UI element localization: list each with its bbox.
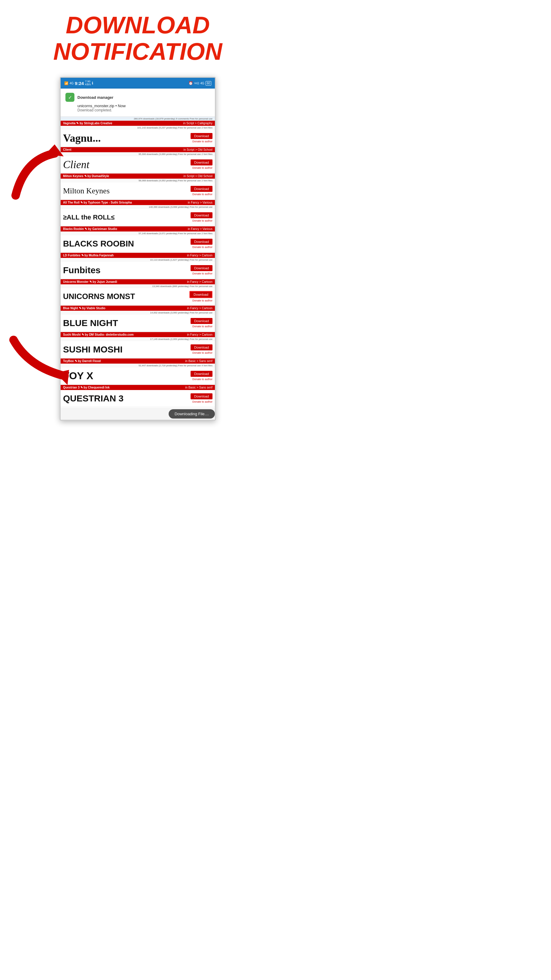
download-button[interactable]: Download — [191, 371, 213, 377]
phone-screen: 📶 4G 9:24 7.90KB/s ℹ ⏰ Vo)) 4G 60 ✓ Down… — [60, 77, 216, 421]
donate-link[interactable]: Donate to author — [192, 140, 213, 143]
font-item-body: Vagnu...DownloadDonate to author — [60, 130, 215, 146]
downloading-toast: Downloading File.... — [169, 409, 215, 418]
lte-label: 4G — [200, 82, 204, 85]
font-item-header: Sushi Moshi ✎ by DM Studio- dmletterstud… — [60, 332, 215, 337]
font-item: Blue Night ✎ by Viable Studioin Fancy > … — [60, 305, 215, 331]
font-item-header: All The Roll ✎ by Typhoon Type - Suthi S… — [60, 200, 215, 205]
font-name-label: Blacks Roobin ✎ by Garieiman Studio — [63, 227, 117, 231]
font-preview: TOY X — [63, 370, 186, 382]
download-button[interactable]: Download — [191, 133, 213, 139]
font-preview: SUSHI MOSHI — [63, 344, 186, 355]
font-list: Vagnotia ✎ by StringLabs Creativein Scri… — [60, 121, 215, 407]
font-item: All The Roll ✎ by Typhoon Type - Suthi S… — [60, 200, 215, 226]
download-button[interactable]: Download — [191, 239, 213, 245]
font-item: LD Funbites ✎ by Muthia Farjannahin Fanc… — [60, 253, 215, 278]
font-actions: DownloadDonate to author — [186, 133, 213, 143]
font-item-header: Unicorns Monster ✎ by Jujun Junaediin Fa… — [60, 279, 215, 284]
font-item-body: ≥ALL the ROLL≤DownloadDonate to author — [60, 209, 215, 226]
font-actions: DownloadDonate to author — [186, 393, 213, 403]
donate-link[interactable]: Donate to author — [192, 219, 213, 222]
alarm-icon: ⏰ — [189, 81, 193, 85]
download-button[interactable]: Download — [191, 212, 213, 218]
font-name-label: All The Roll ✎ by Typhoon Type - Suthi S… — [63, 201, 132, 204]
font-item: ToyBox ✎ by Darrell Floodin Basic > Sans… — [60, 358, 215, 384]
font-item-header: Vagnotia ✎ by StringLabs Creativein Scri… — [60, 121, 215, 126]
donate-link[interactable]: Donate to author — [192, 400, 213, 403]
hero-title-line2: NOTIFICATION — [6, 38, 270, 65]
download-button[interactable]: Download — [191, 318, 213, 324]
notification-header: ✓ Download manager — [65, 93, 210, 102]
speed-display: 7.90KB/s — [85, 80, 91, 86]
font-stats-bar: 95,306 downloads (3,069 yesterday) Free … — [60, 152, 215, 156]
font-item-body: UNICORNS MONSTDownloadDonate to author — [60, 288, 215, 305]
font-category-label: in Script > Old School — [184, 175, 213, 178]
download-button[interactable]: Download — [191, 265, 213, 271]
donate-link[interactable]: Donate to author — [192, 246, 213, 248]
font-stats-bar: 52,447 downloads (2,718 yesterday) Free … — [60, 364, 215, 368]
font-item: Clientin Script > Old School95,306 downl… — [60, 147, 215, 173]
font-actions: DownloadDonate to author — [186, 159, 213, 169]
download-button[interactable]: Download — [191, 393, 213, 399]
font-category-label: in Basic > Sans serif — [185, 386, 213, 389]
font-preview: UNICORNS MONST — [63, 292, 186, 301]
font-stats-bar: 17,149 downloads (2,069 yesterday) Free … — [60, 337, 215, 341]
font-stats-bar: 13,340 downloads (866 yesterday) Free fo… — [60, 284, 215, 288]
notification-filename: unicorns_monster.zip • Now — [78, 103, 210, 108]
font-actions: DownloadDonate to author — [186, 318, 213, 328]
font-preview: Milton Keynes — [63, 186, 186, 196]
battery-icon: 60 — [206, 81, 211, 86]
time-display: 9:24 — [75, 81, 84, 86]
font-item-header: ToyBox ✎ by Darrell Floodin Basic > Sans… — [60, 358, 215, 364]
donate-link[interactable]: Donate to author — [192, 378, 213, 381]
donate-link[interactable]: Donate to author — [192, 272, 213, 275]
font-item: Vagnotia ✎ by StringLabs Creativein Scri… — [60, 121, 215, 146]
donate-link[interactable]: Donate to author — [192, 193, 213, 196]
font-item-body: FunbitesDownloadDonate to author — [60, 262, 215, 278]
font-name-label: Sushi Moshi ✎ by DM Studio- dmletterstud… — [63, 333, 133, 336]
status-bar: 📶 4G 9:24 7.90KB/s ℹ ⏰ Vo)) 4G 60 — [60, 78, 215, 89]
font-actions: DownloadDonate to author — [186, 212, 213, 222]
font-actions: DownloadDonate to author — [186, 265, 213, 275]
font-category-label: in Basic > Sans serif — [185, 360, 213, 363]
signal-icon: 📶 — [64, 81, 68, 85]
font-name-label: Questrian 3 ✎ by Chequeredi Ink — [63, 386, 110, 389]
font-item-header: Questrian 3 ✎ by Chequeredi Inkin Basic … — [60, 385, 215, 390]
font-item-header: Clientin Script > Old School — [60, 147, 215, 152]
status-right: ⏰ Vo)) 4G 60 — [189, 81, 211, 86]
phone-wrapper: 📶 4G 9:24 7.90KB/s ℹ ⏰ Vo)) 4G 60 ✓ Down… — [0, 74, 275, 426]
donate-link[interactable]: Donate to author — [192, 299, 213, 302]
hero-title-line1: DOWNLOAD — [6, 12, 270, 38]
network-type: 4G — [70, 82, 73, 85]
notification-status: Download completed. — [78, 108, 210, 112]
download-button[interactable]: Download — [189, 291, 213, 298]
donate-link[interactable]: Donate to author — [192, 325, 213, 328]
download-button[interactable]: Download — [191, 159, 213, 165]
font-item: Unicorns Monster ✎ by Jujun Junaediin Fa… — [60, 279, 215, 305]
font-category-label: in Fancy > Various — [188, 201, 213, 204]
download-button[interactable]: Download — [191, 344, 213, 350]
donate-link[interactable]: Donate to author — [192, 351, 213, 354]
font-name-label: ToyBox ✎ by Darrell Flood — [63, 360, 101, 363]
donate-link[interactable]: Donate to author — [192, 166, 213, 169]
toast-container: Downloading File.... — [60, 407, 215, 420]
font-actions: DownloadDonate to author — [186, 344, 213, 354]
font-item: Milton Keynes ✎ by DumadStylein Script >… — [60, 173, 215, 199]
font-name-label: Client — [63, 148, 71, 151]
font-item-header: LD Funbites ✎ by Muthia Farjannahin Fanc… — [60, 253, 215, 258]
font-item-body: BLACKS ROOBINDownloadDonate to author — [60, 235, 215, 252]
font-stats-bar: 56,068 downloads (4,053 yesterday) Free … — [60, 179, 215, 183]
font-name-label: Milton Keynes ✎ by DumadStyle — [63, 175, 109, 178]
volte-icon: Vo)) — [194, 82, 199, 85]
font-name-label: Unicorns Monster ✎ by Jujun Junaedi — [63, 280, 117, 283]
font-item-body: ClientDownloadDonate to author — [60, 156, 215, 173]
download-button[interactable]: Download — [191, 186, 213, 192]
status-left: 📶 4G 9:24 7.90KB/s ℹ — [64, 80, 93, 86]
font-name-label: LD Funbites ✎ by Muthia Farjannah — [63, 254, 114, 257]
font-stats-bar: 57,140 downloads (3,071 yesterday) Free … — [60, 231, 215, 235]
font-category-label: in Fancy > Cartoon — [187, 254, 213, 257]
font-category-label: in Fancy > Cartoon — [187, 280, 213, 283]
font-item-body: SUSHI MOSHIDownloadDonate to author — [60, 341, 215, 358]
font-preview: QUESTRIAN 3 — [63, 393, 186, 404]
font-item-header: Blacks Roobin ✎ by Garieiman Studioin Fa… — [60, 226, 215, 231]
